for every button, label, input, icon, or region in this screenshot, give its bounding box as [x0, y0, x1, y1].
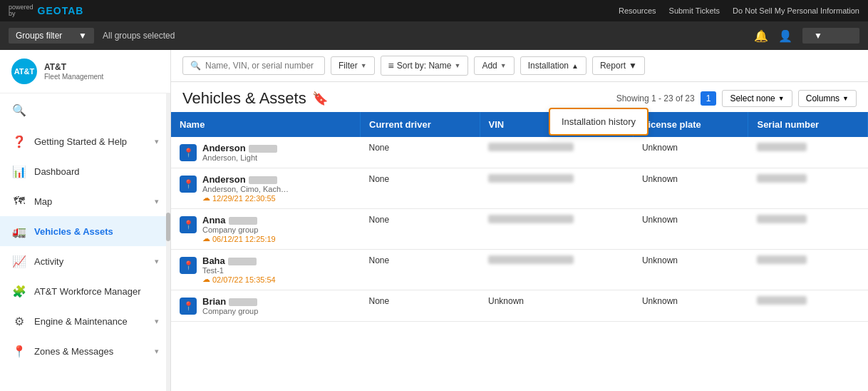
select-none-button[interactable]: Select none ▼: [722, 90, 792, 107]
activity-icon: 📈: [11, 253, 27, 269]
do-not-sell-link[interactable]: Do Not Sell My Personal Information: [733, 6, 859, 15]
sort-label: Sort by: Name: [397, 61, 452, 71]
cell-serial: [748, 209, 868, 250]
groups-filter-button[interactable]: Groups filter ▼: [9, 28, 94, 44]
sort-button[interactable]: ≡ Sort by: Name ▼: [381, 56, 469, 76]
vehicle-date: ☁12/29/21 22:30:55: [202, 193, 289, 203]
chevron-down-icon: ▼: [842, 95, 849, 102]
sidebar: AT&T AT&T Fleet Management 🔍 ❓ Getting S…: [0, 50, 171, 391]
chevron-down-icon: ▾: [155, 197, 159, 206]
vehicle-date: ☁06/12/21 12:25:19: [202, 234, 276, 243]
sidebar-item-att-workforce[interactable]: 🧩 AT&T Workforce Manager: [0, 276, 170, 306]
content-area: 🔍 Filter ▼ ≡ Sort by: Name ▼ Add ▼ Insta…: [171, 50, 868, 391]
sidebar-scrollbar-thumb: [166, 213, 170, 241]
sidebar-item-getting-started[interactable]: ❓ Getting Started & Help ▾: [0, 126, 170, 156]
table-row[interactable]: 📍 Anderson Anderson, Light NoneUnknown: [171, 137, 868, 168]
serial-blurred: [757, 174, 807, 183]
cell-driver: None: [361, 290, 480, 322]
vehicle-name-text: Anderson: [202, 174, 289, 185]
chevron-down-icon: ▼: [500, 62, 507, 69]
table-header-row: Name Current driver VIN License plate Se…: [171, 112, 868, 137]
cell-plate: Unknown: [634, 137, 748, 168]
bell-icon[interactable]: 🔔: [754, 29, 768, 43]
vehicles-table: Name Current driver VIN License plate Se…: [171, 112, 868, 322]
cell-name: 📍 Baha Test-1 ☁02/07/22 15:35:54: [171, 250, 361, 290]
cell-vin: [480, 137, 634, 168]
logo-area: poweredby GEOTAB: [9, 4, 83, 17]
cell-plate: Unknown: [634, 250, 748, 290]
chevron-down-icon: ▼: [78, 31, 87, 41]
sidebar-item-map[interactable]: 🗺 Map ▾: [0, 186, 170, 216]
user-icon[interactable]: 👤: [778, 29, 792, 43]
sidebar-item-label: AT&T Workforce Manager: [34, 286, 141, 297]
sidebar-item-label: Activity: [34, 256, 63, 267]
vehicle-name-text: Anderson: [202, 143, 277, 153]
user-dropdown-button[interactable]: ▼: [802, 28, 859, 44]
vehicle-sub-text: Company group: [202, 307, 258, 315]
columns-button[interactable]: Columns ▼: [798, 90, 857, 107]
vehicle-icon: 📍: [180, 176, 197, 193]
att-company: AT&T: [44, 62, 103, 73]
sidebar-item-label: Getting Started & Help: [34, 136, 127, 147]
page-title-text: Vehicles & Assets: [182, 89, 306, 108]
sidebar-item-activity[interactable]: 📈 Activity ▾: [0, 246, 170, 276]
cell-name: 📍 Brian Company group: [171, 290, 361, 322]
chevron-down-icon: ▾: [155, 257, 159, 266]
sidebar-item-label: Zones & Messages: [34, 346, 113, 357]
sidebar-item-search[interactable]: 🔍: [0, 93, 170, 126]
sidebar-item-engine-maintenance[interactable]: ⚙ Engine & Maintenance ▾: [0, 306, 170, 336]
table-row[interactable]: 📍 Anna Company group ☁06/12/21 12:25:19 …: [171, 209, 868, 250]
sidebar-item-label: Map: [34, 196, 52, 207]
columns-label: Columns: [806, 93, 839, 103]
page-header-right: Showing 1 - 23 of 23 1 Select none ▼ Col…: [616, 90, 857, 107]
submit-tickets-link[interactable]: Submit Tickets: [669, 6, 720, 15]
groups-bar-right: 🔔 👤 ▼: [754, 28, 859, 44]
search-box[interactable]: 🔍: [182, 56, 325, 75]
cloud-icon: ☁: [202, 275, 210, 284]
report-button[interactable]: Report ▼: [592, 56, 645, 75]
sidebar-item-zones-messages[interactable]: 📍 Zones & Messages ▾: [0, 336, 170, 366]
top-bar-links: Resources Submit Tickets Do Not Sell My …: [619, 6, 859, 15]
cell-serial: [748, 137, 868, 168]
search-icon: 🔍: [11, 102, 27, 118]
chevron-down-icon: ▼: [814, 31, 822, 41]
att-product: Fleet Management: [44, 73, 103, 81]
table-row[interactable]: 📍 Baha Test-1 ☁02/07/22 15:35:54 NoneUnk…: [171, 250, 868, 290]
serial-blurred: [757, 296, 807, 305]
table-row[interactable]: 📍 Brian Company group NoneUnknownUnknown: [171, 290, 868, 322]
cloud-icon: ☁: [202, 234, 210, 243]
sidebar-item-dashboard[interactable]: 📊 Dashboard: [0, 156, 170, 186]
cell-driver: None: [361, 168, 480, 209]
vehicle-sub-text: Anderson, Cimo, Kach…: [202, 185, 289, 193]
search-input[interactable]: [205, 61, 317, 71]
chevron-down-icon: ▾: [155, 137, 159, 146]
zones-icon: 📍: [11, 343, 27, 359]
map-icon: 🗺: [11, 193, 27, 209]
att-logo-circle: AT&T: [11, 59, 37, 84]
bookmark-icon[interactable]: 🔖: [312, 91, 328, 106]
installation-history-dropdown[interactable]: Installation history: [549, 108, 649, 136]
chevron-down-icon: ▼: [778, 95, 785, 102]
sidebar-scroll: 🔍 ❓ Getting Started & Help ▾ 📊 Dashboard…: [0, 93, 170, 391]
cell-plate: Unknown: [634, 290, 748, 322]
cell-name: 📍 Anderson Anderson, Cimo, Kach… ☁12/29/…: [171, 168, 361, 209]
vehicles-table-container: Name Current driver VIN License plate Se…: [171, 112, 868, 391]
filter-button[interactable]: Filter ▼: [331, 56, 375, 75]
cell-driver: None: [361, 250, 480, 290]
att-logo-text-area: AT&T Fleet Management: [44, 62, 103, 81]
dashboard-icon: 📊: [11, 163, 27, 179]
chevron-down-icon: ▼: [454, 62, 460, 69]
cell-driver: None: [361, 209, 480, 250]
sidebar-item-label: Vehicles & Assets: [34, 226, 113, 237]
cell-vin: [480, 250, 634, 290]
vehicle-sub-text: Test-1: [202, 266, 276, 275]
table-row[interactable]: 📍 Anderson Anderson, Cimo, Kach… ☁12/29/…: [171, 168, 868, 209]
page-number-button[interactable]: 1: [701, 91, 717, 106]
main-layout: AT&T AT&T Fleet Management 🔍 ❓ Getting S…: [0, 50, 868, 391]
filter-label: Filter: [339, 61, 358, 71]
sidebar-item-vehicles-assets[interactable]: 🚛 Vehicles & Assets: [0, 216, 170, 246]
resources-link[interactable]: Resources: [619, 6, 656, 15]
installation-button[interactable]: Installation ▲: [520, 56, 587, 75]
geotab-logo: GEOTAB: [38, 5, 84, 16]
add-button[interactable]: Add ▼: [474, 56, 514, 75]
